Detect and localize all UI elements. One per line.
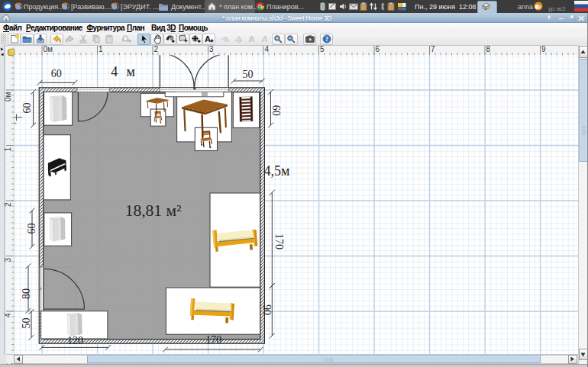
svg-text:0м: 0м xyxy=(4,92,12,101)
svg-text:A: A xyxy=(237,36,242,43)
svg-text:A: A xyxy=(225,36,230,43)
svg-text:60: 60 xyxy=(270,105,282,116)
svg-text:5: 5 xyxy=(320,45,325,53)
svg-text:90: 90 xyxy=(261,304,273,315)
svg-text:60: 60 xyxy=(21,103,33,114)
svg-text:50: 50 xyxy=(21,318,32,329)
svg-text:4: 4 xyxy=(265,45,270,53)
svg-text:6: 6 xyxy=(376,45,380,53)
svg-text:2: 2 xyxy=(154,45,159,53)
svg-text:170: 170 xyxy=(273,233,285,249)
svg-text:4: 4 xyxy=(111,64,118,79)
svg-text:2: 2 xyxy=(4,202,12,207)
svg-text:120: 120 xyxy=(67,335,83,346)
svg-text:?: ? xyxy=(325,35,328,43)
svg-text:A: A xyxy=(261,34,268,43)
svg-text:50: 50 xyxy=(243,69,254,80)
svg-text:4: 4 xyxy=(4,313,12,317)
svg-text:8: 8 xyxy=(486,45,491,53)
svg-text:0м: 0м xyxy=(44,45,53,53)
svg-text:60: 60 xyxy=(26,224,37,234)
svg-text:A: A xyxy=(205,34,211,43)
svg-text:7: 7 xyxy=(431,45,435,53)
svg-text:3: 3 xyxy=(209,45,214,53)
svg-text:3: 3 xyxy=(4,258,12,262)
svg-text:1: 1 xyxy=(4,147,12,152)
svg-text:4,5м: 4,5м xyxy=(264,163,290,179)
svg-text:170: 170 xyxy=(205,334,221,346)
svg-text:60: 60 xyxy=(51,68,62,79)
svg-text:1: 1 xyxy=(99,45,103,53)
svg-text:80: 80 xyxy=(21,288,32,299)
svg-text:м: м xyxy=(127,64,135,79)
svg-text:A: A xyxy=(249,34,255,43)
svg-text:18,81 м²: 18,81 м² xyxy=(125,201,182,220)
svg-text:9: 9 xyxy=(541,45,546,53)
